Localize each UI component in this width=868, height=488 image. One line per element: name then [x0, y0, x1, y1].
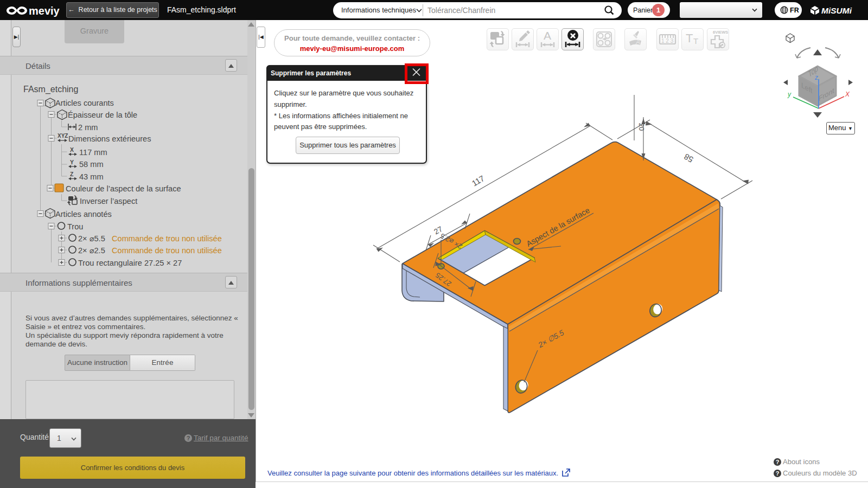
svg-text:43 mm: 43 mm: [79, 172, 104, 181]
svg-text:Z: Z: [70, 171, 74, 177]
svg-text:X: X: [845, 91, 850, 98]
svg-text:2× ⌀2.5: 2× ⌀2.5: [78, 246, 105, 255]
svg-text:XYZ: XYZ: [58, 133, 68, 139]
svg-text:Trou: Trou: [67, 222, 83, 231]
svg-text:58 mm: 58 mm: [79, 160, 104, 169]
svg-text:meviy: meviy: [29, 5, 60, 17]
svg-text:X: X: [70, 146, 74, 153]
svg-text:Y: Y: [70, 159, 74, 165]
svg-text:58: 58: [682, 152, 695, 164]
svg-text:z: z: [814, 74, 818, 81]
svg-text:Épaisseur de la tôle: Épaisseur de la tôle: [68, 111, 137, 119]
svg-text:Couleur de l’aspect de la surf: Couleur de l’aspect de la surface: [66, 184, 181, 193]
svg-text:Trou rectangulaire 27.25 × 27: Trou rectangulaire 27.25 × 27: [78, 259, 182, 267]
svg-text:Dimensions extérieures: Dimensions extérieures: [68, 134, 151, 143]
svg-text:Inverser l’aspect: Inverser l’aspect: [80, 197, 137, 206]
svg-text:117: 117: [470, 174, 486, 188]
svg-text:MiSUMi: MiSUMi: [821, 6, 852, 15]
svg-text:20: 20: [637, 123, 646, 131]
svg-text:2× ⌀5.5: 2× ⌀5.5: [78, 234, 105, 243]
svg-text:Articles courants: Articles courants: [55, 99, 114, 107]
svg-text:Commande de trou non utilisée: Commande de trou non utilisée: [112, 234, 222, 243]
svg-text:Commande de trou non utilisée: Commande de trou non utilisée: [112, 246, 222, 255]
svg-text:2 mm: 2 mm: [78, 123, 98, 132]
svg-text:y: y: [787, 91, 792, 98]
svg-text:117 mm: 117 mm: [79, 148, 107, 157]
svg-text:FAsm_etching: FAsm_etching: [23, 85, 78, 94]
svg-text:Articles annotés: Articles annotés: [55, 210, 112, 219]
